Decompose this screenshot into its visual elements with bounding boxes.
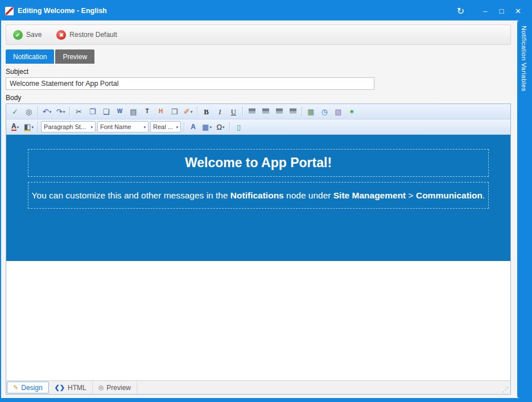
undo-button[interactable]: ↶▾ <box>40 106 53 118</box>
resize-grip[interactable]: ⋰ <box>502 381 510 394</box>
heading-block[interactable]: Welcome to App Portal! <box>28 149 489 177</box>
message-block[interactable]: You can customize this and other message… <box>28 182 489 209</box>
bold-icon: B <box>204 108 209 115</box>
chevron-down-icon: ▾ <box>209 125 212 129</box>
toolbar-separator <box>184 122 184 132</box>
tab-bar: Notification Preview <box>6 49 511 64</box>
toolbar-separator <box>229 122 230 132</box>
paste-from-word-button[interactable]: W <box>113 106 126 118</box>
titlebar: Editing Welcome - English ↻ – □ ✕ <box>1 1 531 20</box>
italic-button[interactable]: I <box>213 106 226 118</box>
insert-image-button[interactable]: ▦ <box>304 106 317 118</box>
message-segment: > <box>406 190 416 200</box>
paste-plain-text-icon: T <box>145 109 149 114</box>
style-builder-button[interactable]: A <box>187 121 200 133</box>
magnifier-icon: ◎ <box>98 384 104 391</box>
chevron-down-icon: ▾ <box>31 125 34 129</box>
module-manager-button[interactable]: ▯ <box>232 121 245 133</box>
close-button[interactable]: ✕ <box>510 4 526 18</box>
omega-icon: Ω <box>216 123 222 131</box>
paste-from-word-icon: W <box>117 109 122 114</box>
message-background: Welcome to App Portal! You can customize… <box>6 135 510 261</box>
refresh-button[interactable]: ↻ <box>452 4 469 18</box>
spellcheck-button[interactable]: ✓ <box>9 106 22 118</box>
insert-symbol-button[interactable]: Ω▾ <box>214 121 227 133</box>
toolbar-separator <box>69 106 70 117</box>
toolbar-separator <box>242 106 243 117</box>
editor-toolbar-row2: A▾ ◧▾ Paragraph St...▾ Font Name▾ Real .… <box>6 119 510 135</box>
editor-canvas[interactable]: Welcome to App Portal! You can customize… <box>6 135 510 380</box>
redo-button[interactable]: ↷▾ <box>54 106 67 118</box>
table-icon: ▦ <box>202 123 209 131</box>
paste-icon: ❏ <box>103 108 110 115</box>
cut-button[interactable]: ✂ <box>72 106 85 118</box>
find-replace-button[interactable]: ◎ <box>22 106 35 118</box>
tab-notification[interactable]: Notification <box>6 49 54 64</box>
message-text: You can customize this and other message… <box>32 190 485 201</box>
hyperlink-manager-button[interactable]: ✴ <box>345 106 358 118</box>
module-icon: ▯ <box>237 123 241 131</box>
paragraph-style-select[interactable]: Paragraph St...▾ <box>41 121 96 132</box>
mode-tab-html[interactable]: ❮❯ HTML <box>49 381 93 394</box>
editor-mode-bar: ✎ Design ❮❯ HTML ◎ Preview ⋰ <box>6 380 510 394</box>
editor-toolbar-row1: ✓ ◎ ↶▾ ↷▾ ✂ ❐ ❏ W ▤ T H ❒ ✐▾ B <box>6 104 510 119</box>
toolbar-separator <box>38 106 38 117</box>
app-window: Editing Welcome - English ↻ – □ ✕ ✔ Save… <box>0 0 532 402</box>
insert-media-button[interactable]: ▧ <box>332 106 345 118</box>
paste-as-html-button[interactable]: H <box>154 106 167 118</box>
align-center-icon <box>262 109 269 114</box>
insert-table-button[interactable]: ▦▾ <box>200 121 213 133</box>
paste-plain-text-button[interactable]: T <box>141 106 154 118</box>
save-button[interactable]: ✔ Save <box>13 30 42 40</box>
chevron-down-icon: ▾ <box>63 110 65 114</box>
format-stripper-button[interactable]: ✐▾ <box>182 106 195 118</box>
font-size-value: Real ... <box>153 123 173 130</box>
find-icon: ◎ <box>26 108 32 115</box>
tab-preview[interactable]: Preview <box>55 49 94 64</box>
window-title: Editing Welcome - English <box>18 7 107 15</box>
align-left-button[interactable] <box>245 106 258 118</box>
paste-button[interactable]: ❏ <box>100 106 113 118</box>
underline-icon: U <box>231 108 236 115</box>
paragraph-style-value: Paragraph St... <box>44 123 86 130</box>
font-name-select[interactable]: Font Name▾ <box>97 121 149 132</box>
design-label: Design <box>21 384 42 392</box>
copy-button[interactable]: ❐ <box>86 106 99 118</box>
minimize-button[interactable]: – <box>477 4 493 18</box>
font-name-value: Font Name <box>100 123 131 130</box>
spellcheck-icon: ✓ <box>12 108 18 115</box>
mode-tab-preview[interactable]: ◎ Preview <box>93 381 137 394</box>
subject-input[interactable] <box>6 77 374 90</box>
maximize-button[interactable]: □ <box>493 4 510 18</box>
paste-from-word-clean-icon: ▤ <box>130 108 137 115</box>
align-right-button[interactable] <box>273 106 286 118</box>
chevron-down-icon: ▾ <box>17 125 19 129</box>
restore-default-button[interactable]: ✖ Restore Default <box>56 30 117 40</box>
underline-button[interactable]: U <box>227 106 240 118</box>
italic-icon: I <box>218 108 221 115</box>
mode-tab-design[interactable]: ✎ Design <box>7 382 49 393</box>
heading-text: Welcome to App Portal! <box>185 155 332 171</box>
insert-date-time-button[interactable]: ◷ <box>318 106 331 118</box>
align-justify-button[interactable] <box>286 106 299 118</box>
background-color-button[interactable]: ◧▾ <box>22 121 35 133</box>
font-size-select[interactable]: Real ...▾ <box>150 121 181 132</box>
paste-options-button[interactable]: ❒ <box>168 106 181 118</box>
paste-from-word-clean-button[interactable]: ▤ <box>127 106 140 118</box>
message-segment: . <box>482 190 485 200</box>
app-icon <box>5 7 14 15</box>
restore-default-label: Restore Default <box>69 31 117 39</box>
message-segment: node under <box>284 190 333 200</box>
paste-options-icon: ❒ <box>171 108 178 115</box>
message-bold-communication: Communication <box>416 190 482 200</box>
bold-button[interactable]: B <box>200 106 213 118</box>
chevron-down-icon: ▾ <box>50 110 52 114</box>
undo-icon: ↶ <box>43 108 49 115</box>
chevron-down-icon: ▾ <box>141 125 146 129</box>
toolbar-separator <box>38 122 38 132</box>
notification-variables-tab[interactable]: Notification Variables <box>517 20 531 398</box>
font-color-button[interactable]: A▾ <box>9 121 22 133</box>
align-right-icon <box>276 109 283 114</box>
preview-label: Preview <box>106 384 131 392</box>
align-center-button[interactable] <box>259 106 272 118</box>
